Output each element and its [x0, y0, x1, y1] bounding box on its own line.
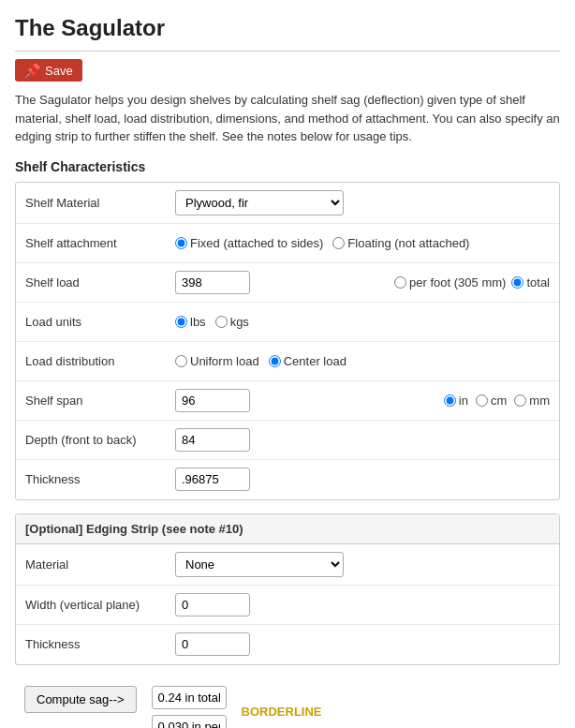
load-lbs-radio[interactable] — [175, 316, 187, 328]
thickness-row: Thickness — [16, 460, 559, 499]
borderline-badge: BORDERLINE — [242, 705, 322, 719]
edging-width-content — [175, 593, 550, 617]
shelf-span-content: in cm mm — [175, 389, 550, 412]
shelf-material-label: Shelf Material — [25, 196, 175, 210]
load-total-option[interactable]: total — [511, 275, 550, 290]
edging-thickness-row: Thickness — [16, 625, 559, 664]
load-units-label: Load units — [25, 315, 175, 329]
load-uniform-option[interactable]: Uniform load — [175, 354, 259, 368]
edging-material-label: Material — [25, 557, 175, 572]
span-cm-radio[interactable] — [476, 394, 488, 407]
depth-row: Depth (front to back) — [16, 421, 559, 460]
edging-material-select[interactable]: None Solid wood - pine Solid wood - oak … — [175, 552, 344, 577]
save-button[interactable]: 📌 Save — [15, 59, 82, 82]
edging-width-row: Width (vertical plane) — [16, 586, 559, 625]
depth-input[interactable] — [175, 428, 250, 452]
attachment-fixed-radio[interactable] — [175, 237, 187, 249]
attachment-fixed-option[interactable]: Fixed (attached to sides) — [175, 236, 323, 250]
load-unit-group: per foot (305 mm) total — [394, 275, 550, 290]
page-title: The Sagulator — [15, 15, 560, 41]
optional-header: [Optional] Edging Strip (see note #10) — [16, 514, 559, 544]
title-divider — [15, 51, 560, 52]
per-foot-sag-result[interactable] — [152, 715, 227, 729]
shelf-span-input[interactable] — [175, 389, 250, 412]
span-cm-option[interactable]: cm — [476, 394, 507, 408]
depth-content — [175, 428, 550, 452]
load-kgs-radio[interactable] — [215, 316, 228, 328]
edging-width-input[interactable] — [175, 593, 250, 617]
shelf-load-row: Shelf load per foot (305 mm) total — [16, 263, 559, 303]
shelf-span-row: Shelf span in cm mm — [16, 381, 559, 421]
characteristics-box: Shelf Material Plywood, fir Plywood, bir… — [15, 182, 560, 500]
load-lbs-option[interactable]: lbs — [175, 315, 206, 329]
compute-results — [152, 686, 227, 729]
load-units-row: Load units lbs kgs — [16, 303, 559, 342]
shelf-load-content: per foot (305 mm) total — [175, 271, 550, 294]
edging-material-content: None Solid wood - pine Solid wood - oak … — [175, 552, 550, 577]
thickness-label: Thickness — [25, 472, 175, 486]
span-in-option[interactable]: in — [444, 394, 468, 408]
load-dist-radio-group: Uniform load Center load — [175, 354, 346, 368]
shelf-attachment-content: Fixed (attached to sides) Floating (not … — [175, 236, 550, 250]
load-center-option[interactable]: Center load — [269, 354, 346, 368]
thickness-content — [175, 468, 550, 491]
description-text: The Sagulator helps you design shelves b… — [15, 91, 560, 146]
shelf-load-input[interactable] — [175, 271, 250, 294]
attachment-floating-option[interactable]: Floating (not attached) — [332, 236, 469, 250]
load-uniform-radio[interactable] — [175, 355, 187, 367]
load-total-radio[interactable] — [511, 276, 523, 289]
shelf-material-select[interactable]: Plywood, fir Plywood, birch MDF Particle… — [175, 190, 344, 215]
shelf-material-row: Shelf Material Plywood, fir Plywood, bir… — [16, 183, 559, 224]
edging-width-label: Width (vertical plane) — [25, 598, 175, 612]
optional-section: [Optional] Edging Strip (see note #10) M… — [15, 513, 560, 665]
edging-thickness-content — [175, 632, 550, 656]
attachment-radio-group: Fixed (attached to sides) Floating (not … — [175, 236, 469, 250]
results-and-badge: BORDERLINE — [152, 686, 322, 729]
compute-area: Compute sag--> BORDERLINE — [15, 678, 560, 729]
shelf-material-content: Plywood, fir Plywood, birch MDF Particle… — [175, 190, 550, 215]
depth-label: Depth (front to back) — [25, 433, 175, 447]
edging-material-row: Material None Solid wood - pine Solid wo… — [16, 544, 559, 586]
load-distribution-label: Load distribution — [25, 354, 175, 368]
span-mm-option[interactable]: mm — [514, 394, 550, 408]
load-distribution-content: Uniform load Center load — [175, 354, 550, 368]
pin-icon: 📌 — [24, 63, 40, 78]
load-per-foot-radio[interactable] — [394, 276, 406, 289]
shelf-load-label: Shelf load — [25, 275, 175, 290]
shelf-attachment-label: Shelf attachment — [25, 236, 175, 250]
span-in-radio[interactable] — [444, 394, 456, 407]
edging-thickness-label: Thickness — [25, 637, 175, 651]
span-mm-radio[interactable] — [514, 394, 526, 407]
shelf-attachment-row: Shelf attachment Fixed (attached to side… — [16, 224, 559, 263]
load-units-radio-group: lbs kgs — [175, 315, 249, 329]
load-distribution-row: Load distribution Uniform load Center lo… — [16, 342, 559, 381]
load-kgs-option[interactable]: kgs — [215, 315, 249, 329]
load-center-radio[interactable] — [269, 355, 281, 367]
load-per-foot-option[interactable]: per foot (305 mm) — [394, 275, 506, 290]
load-units-content: lbs kgs — [175, 315, 550, 329]
thickness-input[interactable] — [175, 468, 250, 491]
edging-thickness-input[interactable] — [175, 632, 250, 656]
attachment-floating-radio[interactable] — [332, 237, 345, 249]
span-unit-group: in cm mm — [444, 394, 550, 408]
total-sag-result[interactable] — [152, 686, 227, 709]
shelf-span-label: Shelf span — [25, 394, 175, 408]
compute-button[interactable]: Compute sag--> — [24, 686, 137, 713]
section-title: Shelf Characteristics — [15, 159, 560, 174]
